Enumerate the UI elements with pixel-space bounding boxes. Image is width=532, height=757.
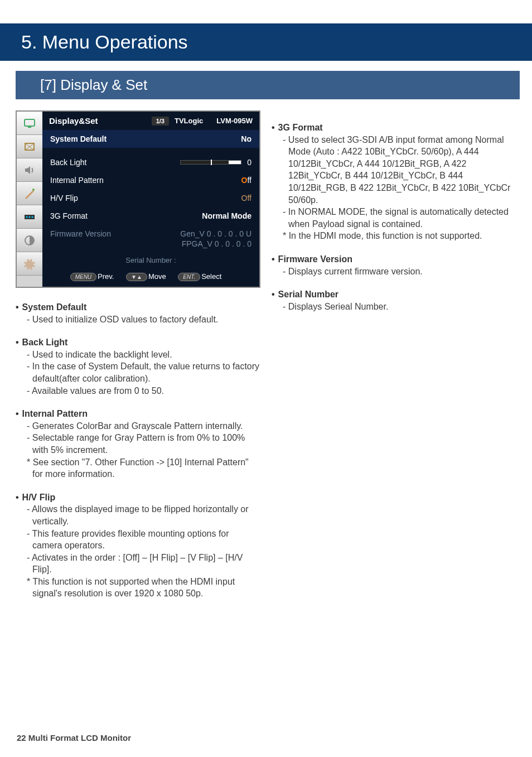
backlight-bar [180,160,241,165]
section-heading: •3G Format [272,122,516,134]
osd-nav-hints: MENUPrev. ▼▲Move ENT.Select [42,268,259,287]
doc-section: •H/V Flip- Allows the displayed image to… [16,491,260,600]
section-heading: •Serial Number [272,288,516,301]
osd-row-3g-format: 3G Format Normal Mode [42,207,259,225]
tab-display-icon [17,112,42,135]
svg-rect-1 [28,127,31,128]
osd-value: Off [241,176,252,185]
section-heading: •H/V Flip [16,491,260,504]
osd-label: Firmware Version [50,229,180,238]
doc-section: •Serial Number- Displays Serieal Number. [272,288,516,312]
nav-label: Select [201,272,221,281]
tab-marker-icon [17,135,42,158]
doc-section: •Firmware Version- Displays current firm… [272,253,516,277]
enter-button-hint: ENT. [178,273,200,281]
osd-label: System Default [50,134,241,143]
nav-label: Move [148,272,166,281]
osd-row-backlight: Back Light 0 [42,153,259,171]
osd-value: Gen_V 0 . 0 . 0 . 0 U [180,229,252,238]
section-line: - This feature provides flexible mountin… [21,528,260,552]
svg-point-6 [29,216,31,218]
page-footer: 22 Multi Format LCD Monitor [17,733,131,742]
doc-section: •System Default- Used to initialize OSD … [16,301,260,325]
section-line: - Generates ColorBar and Grayscale Patte… [21,420,260,432]
osd-row-system-default: System Default No [42,130,259,148]
chapter-banner: 5. Menu Operations [0,23,532,61]
osd-screenshot: Display&Set 1/3 TVLogic LVM-095W System … [16,110,260,288]
doc-section: •Internal Pattern- Generates ColorBar an… [16,408,260,480]
tab-system-icon [17,252,42,276]
section-heading: •Firmware Version [272,253,516,266]
svg-point-5 [26,216,28,218]
section-line: * This function is not supported when th… [21,576,260,600]
nav-label: Prev. [98,272,114,281]
osd-row-hv-flip: H/V Flip Off [42,189,259,207]
osd-value: No [241,134,252,143]
osd-value: 0 [247,158,252,167]
tab-audio-icon [17,158,42,182]
section-line: - Activates in the order : [Off] – [H Fl… [21,552,260,576]
osd-value: Normal Mode [202,211,252,220]
section-line: * See section "7. Other Function -> [10]… [21,456,260,480]
tab-color-icon [17,182,42,205]
section-line: - Available values are from 0 to 50. [21,385,260,397]
section-heading: •Back Light [16,336,260,349]
osd-row-firmware: Firmware Version Gen_V 0 . 0 . 0 . 0 U [42,225,259,239]
section-heading: •Internal Pattern [16,408,260,420]
section-line: * In the HDMI mode, this function is not… [277,230,516,242]
osd-label: H/V Flip [50,194,241,202]
section-heading: •System Default [16,301,260,314]
section-line: - Displays current firmware version. [277,266,516,278]
osd-value: Off [241,194,252,202]
section-line: - Displays Serieal Number. [277,301,516,313]
section-line: - Selectable range for Gray Pattern is f… [21,432,260,456]
osd-label: Back Light [50,158,180,167]
doc-section: •3G Format- Used to select 3G-SDI A/B in… [272,122,516,242]
section-line: - Allows the displayed image to be flipp… [21,503,260,527]
section-line: - Used to initialize OSD values to facto… [21,314,260,326]
osd-model: LVM-095W [216,117,253,125]
osd-page: 1/3 [152,117,169,126]
osd-header: Display&Set 1/3 TVLogic LVM-095W [42,112,259,130]
menu-button-hint: MENU [70,273,96,281]
section-banner: [7] Display & Set [16,71,520,99]
section-line: - In NORMAL MODE, the signal is automati… [277,206,516,230]
doc-section: •Back Light- Used to indicate the backli… [16,336,260,397]
svg-point-3 [32,189,35,191]
osd-row-firmware2: FPGA_V 0 . 0 . 0 . 0 [42,239,259,253]
osd-label: 3G Format [50,211,202,220]
section-line: - In the case of System Default, the val… [21,360,260,384]
tab-luma-icon [17,229,42,252]
svg-rect-0 [25,119,35,126]
osd-value: FPGA_V 0 . 0 . 0 . 0 [182,239,252,248]
osd-label: Internal Pattern [50,176,241,185]
osd-row-internal-pattern: Internal Pattern Off [42,171,259,189]
section-line: - Used to select 3G-SDI A/B input format… [277,134,516,206]
section-line: - Used to indicate the backlight level. [21,349,260,361]
osd-brand: TVLogic [175,117,203,125]
osd-serial-number: Serial Number : [42,253,259,268]
svg-point-7 [32,216,33,218]
osd-title: Display&Set [49,116,152,126]
tab-gpi-icon [17,205,42,229]
arrows-button-hint: ▼▲ [126,273,147,281]
